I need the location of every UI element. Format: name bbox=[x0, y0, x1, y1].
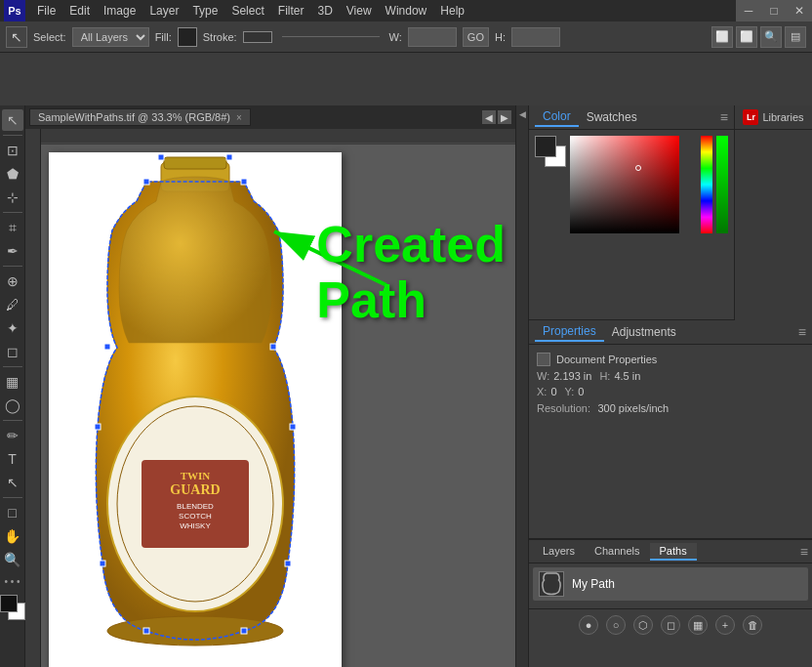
fg-swatch[interactable] bbox=[535, 136, 556, 157]
tab-adjustments[interactable]: Adjustments bbox=[604, 323, 684, 341]
menu-image[interactable]: Image bbox=[98, 2, 142, 20]
close-button[interactable]: ✕ bbox=[787, 0, 812, 21]
tool-lasso[interactable]: ⬟ bbox=[2, 163, 23, 185]
y-label: Y: bbox=[565, 386, 575, 397]
tab-swatches[interactable]: Swatches bbox=[579, 108, 645, 126]
path-item-my-path[interactable]: My Path bbox=[533, 567, 808, 601]
tool-eyedropper[interactable]: ✒ bbox=[2, 240, 23, 262]
tool-zoom[interactable]: 🔍 bbox=[2, 549, 23, 570]
canvas-viewport[interactable]: TWIN GUARD BLENDED SCOTCH WHISKY bbox=[25, 129, 515, 667]
align-left-icon[interactable]: ⬜ bbox=[711, 26, 733, 48]
select-dropdown[interactable]: All Layers bbox=[72, 27, 149, 47]
w-label: W: bbox=[537, 370, 549, 382]
paths-delete-icon[interactable]: 🗑 bbox=[743, 615, 762, 635]
tool-move[interactable]: ↖ bbox=[2, 109, 23, 131]
y-field: Y: 0 bbox=[565, 386, 585, 397]
document-tab-close[interactable]: × bbox=[236, 112, 242, 123]
panel-expand-icon[interactable]: ▶ bbox=[498, 110, 511, 124]
paths-selection-icon[interactable]: ⬡ bbox=[633, 615, 653, 635]
color-spectrum-area[interactable] bbox=[570, 136, 697, 233]
stroke-color-box[interactable] bbox=[243, 31, 272, 43]
tool-brush[interactable]: 🖊 bbox=[2, 294, 23, 315]
tool-eraser[interactable]: ◻ bbox=[2, 341, 23, 362]
w-value: 2.193 in bbox=[553, 370, 591, 382]
h-value: 4.5 in bbox=[614, 370, 640, 382]
w-input[interactable] bbox=[408, 27, 457, 47]
color-panel-menu[interactable]: ≡ bbox=[720, 109, 728, 125]
select-label: Select: bbox=[33, 31, 66, 43]
options-toolbar: ↖ Select: All Layers Fill: Stroke: W: GO… bbox=[0, 21, 812, 53]
paths-fill-icon[interactable]: ● bbox=[579, 615, 598, 635]
fill-color-box[interactable] bbox=[178, 27, 197, 47]
paths-stroke-icon[interactable]: ○ bbox=[606, 615, 626, 635]
properties-content: Document Properties W: 2.193 in H: 4.5 i… bbox=[529, 345, 812, 423]
tool-spot-heal[interactable]: ⊕ bbox=[2, 271, 23, 292]
doc-checkbox[interactable] bbox=[537, 353, 550, 366]
tool-clone[interactable]: ✦ bbox=[2, 317, 23, 339]
tool-options-arrow[interactable]: ↖ bbox=[6, 26, 27, 48]
menu-select[interactable]: Select bbox=[225, 2, 269, 20]
menu-help[interactable]: Help bbox=[434, 2, 470, 20]
paths-content: My Path bbox=[529, 563, 812, 604]
tab-layers[interactable]: Layers bbox=[533, 543, 585, 561]
xy-row: X: 0 Y: 0 bbox=[537, 386, 804, 397]
panel-arrange-icon[interactable]: ◀ bbox=[482, 110, 496, 124]
menu-file[interactable]: File bbox=[31, 2, 61, 20]
tool-gradient[interactable]: ▦ bbox=[2, 371, 23, 393]
ruler-marks-h bbox=[41, 129, 515, 145]
extra-tools[interactable]: • • • bbox=[4, 576, 20, 587]
document-tab[interactable]: SampleWithPaths.tif @ 33.3% (RGB/8#) × bbox=[29, 108, 251, 126]
panel-collapse-strip[interactable]: ◀ bbox=[515, 105, 529, 667]
tab-properties[interactable]: Properties bbox=[535, 322, 604, 342]
document-canvas[interactable]: TWIN GUARD BLENDED SCOTCH WHISKY bbox=[49, 152, 342, 667]
libraries-logo: Lr bbox=[743, 109, 758, 125]
brightness-slider[interactable] bbox=[716, 136, 728, 233]
libraries-label: Libraries bbox=[762, 111, 803, 123]
menu-view[interactable]: View bbox=[341, 2, 378, 20]
tool-pen[interactable]: ✏ bbox=[2, 425, 23, 446]
go-button[interactable]: GO bbox=[463, 27, 489, 47]
menu-window[interactable]: Window bbox=[380, 2, 433, 20]
paths-mask-icon[interactable]: ▦ bbox=[688, 615, 708, 635]
collapse-icon[interactable]: ◀ bbox=[519, 109, 526, 119]
menu-type[interactable]: Type bbox=[186, 2, 223, 20]
svg-rect-14 bbox=[104, 344, 110, 350]
properties-panel: Properties Adjustments ≡ Document Proper… bbox=[529, 320, 812, 539]
tool-hand[interactable]: ✋ bbox=[2, 525, 23, 547]
menu-layer[interactable]: Layer bbox=[143, 2, 184, 20]
align-center-icon[interactable]: ⬜ bbox=[736, 26, 757, 48]
properties-menu[interactable]: ≡ bbox=[798, 324, 806, 340]
fg-color-swatch[interactable] bbox=[0, 595, 18, 612]
panel-icon[interactable]: ▤ bbox=[785, 26, 806, 48]
tool-separator-1 bbox=[3, 135, 22, 136]
canvas-area: SampleWithPaths.tif @ 33.3% (RGB/8#) × ◀… bbox=[25, 105, 515, 667]
tool-dodge[interactable]: ◯ bbox=[2, 395, 23, 416]
tool-crop[interactable]: ⌗ bbox=[2, 217, 23, 238]
tab-paths[interactable]: Paths bbox=[650, 543, 697, 561]
svg-rect-23 bbox=[226, 154, 232, 160]
menu-filter[interactable]: Filter bbox=[272, 2, 310, 20]
tool-shape[interactable]: □ bbox=[2, 502, 23, 523]
doc-props-row: Document Properties bbox=[537, 353, 804, 366]
tab-color[interactable]: Color bbox=[535, 107, 579, 127]
maximize-button[interactable]: □ bbox=[761, 0, 787, 21]
y-value: 0 bbox=[578, 386, 584, 397]
tool-path-select[interactable]: ↖ bbox=[2, 472, 23, 493]
menu-3d[interactable]: 3D bbox=[311, 2, 338, 20]
bottom-panel-menu[interactable]: ≡ bbox=[800, 544, 808, 560]
tool-text[interactable]: T bbox=[2, 448, 23, 470]
tool-magic-wand[interactable]: ⊹ bbox=[2, 187, 23, 208]
color-swatch[interactable] bbox=[0, 595, 25, 620]
tab-channels[interactable]: Channels bbox=[585, 543, 649, 561]
hue-slider[interactable] bbox=[701, 136, 712, 233]
paths-from-selection-icon[interactable]: ◻ bbox=[661, 615, 680, 635]
tool-marquee[interactable]: ⊡ bbox=[2, 140, 23, 161]
paths-new-icon[interactable]: + bbox=[715, 615, 735, 635]
h-input[interactable] bbox=[511, 27, 560, 47]
path-thumbnail bbox=[539, 571, 564, 597]
search-icon[interactable]: 🔍 bbox=[760, 26, 782, 48]
doc-props-label: Document Properties bbox=[556, 354, 657, 365]
minimize-button[interactable]: ─ bbox=[736, 0, 761, 21]
menu-edit[interactable]: Edit bbox=[63, 2, 96, 20]
fg-bg-swatches[interactable] bbox=[535, 136, 566, 167]
